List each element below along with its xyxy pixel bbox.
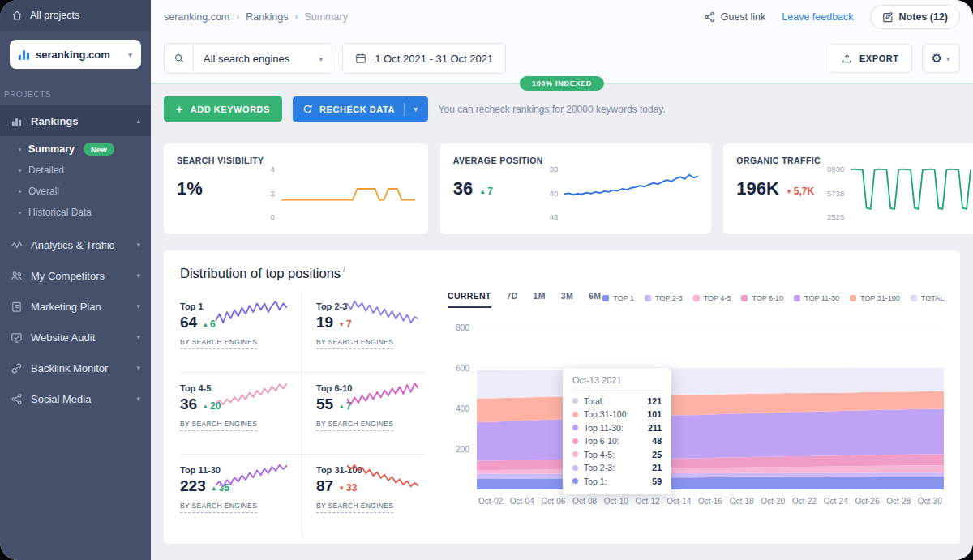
sidebar-item-analytics-traffic[interactable]: Analytics & Traffic ▾ xyxy=(0,229,151,260)
bullet-dot xyxy=(19,212,21,214)
export-button[interactable]: EXPORT xyxy=(829,44,912,73)
notes-button[interactable]: Notes (12) xyxy=(870,5,960,29)
rankings-icon xyxy=(11,115,23,127)
legend-swatch xyxy=(693,295,700,301)
guest-link-label: Guest link xyxy=(721,11,766,23)
marketing-plan-icon xyxy=(11,301,23,313)
legend-swatch xyxy=(602,295,609,301)
indexed-badge: 100% INDEXED xyxy=(520,76,604,91)
chevron-down-icon: ▾ xyxy=(136,364,140,372)
distribution-card: Distribution of top positionsi Top 1 646… xyxy=(164,250,960,544)
visibility-sparkline xyxy=(281,164,415,214)
tooltip-row: Top 31-100:101 xyxy=(572,408,662,421)
sidebar-item-label: Marketing Plan xyxy=(31,301,101,313)
dot-icon xyxy=(572,425,578,430)
legend-top1[interactable]: TOP 1 xyxy=(602,294,634,302)
y-axis-ticks: 420 xyxy=(271,164,275,222)
sidebar: All projects seranking.com ▾ PROJECTS Ra… xyxy=(0,0,151,560)
by-search-engines-link[interactable]: BY SEARCH ENGINES xyxy=(316,502,393,513)
guest-link-button[interactable]: Guest link xyxy=(704,11,766,23)
new-badge: New xyxy=(84,143,114,156)
website-audit-icon xyxy=(11,331,23,344)
export-label: EXPORT xyxy=(859,53,899,63)
tab-6m[interactable]: 6M xyxy=(589,291,601,308)
sidebar-item-label: Rankings xyxy=(31,115,79,127)
legend-top2-3[interactable]: TOP 2-3 xyxy=(645,294,683,302)
main-area: seranking.com › Rankings › Summary Guest… xyxy=(151,0,973,560)
sidebar-item-social-media[interactable]: Social Media ▾ xyxy=(0,383,151,414)
tooltip-row: Top 11-30:211 xyxy=(572,421,662,435)
settings-button[interactable]: ⚙ ▾ xyxy=(922,44,960,73)
sidebar-item-label: Website Audit xyxy=(31,331,95,344)
sidebar-subitem-summary[interactable]: Summary New xyxy=(0,139,151,160)
search-visibility-card: SEARCH VISIBILITY 1% 420 xyxy=(164,143,428,234)
distribution-chart-pane: CURRENT 7D 1M 3M 6M TOP 1 TOP 2-3 TOP 4-… xyxy=(425,291,944,536)
y-tick: 400 xyxy=(456,404,469,413)
legend-top31-100[interactable]: TOP 31-100 xyxy=(850,294,900,302)
chart-period-tabs: CURRENT 7D 1M 3M 6M xyxy=(448,291,601,308)
card-title: AVERAGE POSITION xyxy=(453,156,543,165)
sidebar-item-marketing-plan[interactable]: Marketing Plan ▾ xyxy=(0,291,151,322)
legend-total[interactable]: TOTAL xyxy=(911,294,944,302)
by-search-engines-link[interactable]: BY SEARCH ENGINES xyxy=(180,338,257,349)
leave-feedback-link[interactable]: Leave feedback xyxy=(782,11,853,23)
position-mini-cards: Top 1 646 BY SEARCH ENGINES Top 2-3 197 … xyxy=(180,291,425,536)
top1-card: Top 1 646 BY SEARCH ENGINES xyxy=(180,291,302,373)
info-icon[interactable]: i xyxy=(343,265,345,274)
x-axis-labels: Oct-02Oct-04Oct-06Oct-08Oct-10Oct-12Oct-… xyxy=(477,497,944,506)
sidebar-item-backlink-monitor[interactable]: Backlink Monitor ▾ xyxy=(0,353,151,383)
bullet-dot xyxy=(19,190,21,193)
bullet-dot xyxy=(19,169,21,172)
sidebar-subitem-detailed[interactable]: Detailed xyxy=(0,160,151,181)
legend-swatch xyxy=(741,295,748,301)
analytics-icon xyxy=(11,239,23,251)
chevron-down-icon: ▾ xyxy=(414,105,418,113)
by-search-engines-link[interactable]: BY SEARCH ENGINES xyxy=(180,420,257,431)
project-chart-icon xyxy=(19,49,29,60)
breadcrumb: seranking.com › Rankings › Summary xyxy=(164,11,348,23)
legend-top11-30[interactable]: TOP 11-30 xyxy=(794,294,839,302)
all-projects-link[interactable]: All projects xyxy=(0,0,151,31)
breadcrumb-rankings[interactable]: Rankings xyxy=(246,11,288,23)
tab-3m[interactable]: 3M xyxy=(561,291,573,308)
legend-top6-10[interactable]: TOP 6-10 xyxy=(741,294,783,302)
search-icon xyxy=(165,44,194,73)
chevron-down-icon: ▾ xyxy=(136,395,140,403)
all-projects-label: All projects xyxy=(30,10,79,21)
project-selector[interactable]: seranking.com ▾ xyxy=(10,40,141,69)
breadcrumb-project[interactable]: seranking.com xyxy=(164,11,229,23)
dot-icon xyxy=(572,438,578,444)
subitem-label: Summary xyxy=(28,143,75,155)
gear-icon: ⚙ xyxy=(932,51,942,66)
dot-icon xyxy=(572,451,578,457)
top6-10-card: Top 6-10 557 BY SEARCH ENGINES xyxy=(302,373,425,455)
plus-icon: + xyxy=(176,104,183,115)
search-engine-select[interactable]: All search engines ▾ xyxy=(164,43,332,74)
recheck-data-button[interactable]: RECHECK DATA ▾ xyxy=(293,96,428,122)
search-engine-value: All search engines xyxy=(194,53,319,65)
by-search-engines-link[interactable]: BY SEARCH ENGINES xyxy=(316,420,393,431)
visibility-value: 1% xyxy=(177,178,203,199)
traffic-change: 5,7K xyxy=(786,186,814,197)
by-search-engines-link[interactable]: BY SEARCH ENGINES xyxy=(180,502,257,513)
sidebar-item-website-audit[interactable]: Website Audit ▾ xyxy=(0,322,151,353)
dot-icon xyxy=(572,465,578,471)
date-range-picker[interactable]: 1 Oct 2021 - 31 Oct 2021 xyxy=(342,43,506,74)
bullet-dot xyxy=(19,148,21,151)
backlink-icon xyxy=(11,362,23,374)
sidebar-item-my-competitors[interactable]: My Competitors ▾ xyxy=(0,260,151,291)
tab-current[interactable]: CURRENT xyxy=(448,291,491,308)
stacked-area-chart[interactable]: 800 600 400 200 Oct-13 2021 Total:121 To… xyxy=(477,327,944,489)
sidebar-subitem-overall[interactable]: Overall xyxy=(0,181,151,202)
by-search-engines-link[interactable]: BY SEARCH ENGINES xyxy=(316,338,393,349)
sidebar-item-rankings[interactable]: Rankings ▴ xyxy=(0,105,151,136)
share-icon xyxy=(704,11,715,23)
tooltip-row: Top 1:59 xyxy=(572,475,662,489)
sidebar-subitem-historical-data[interactable]: Historical Data xyxy=(0,202,151,223)
tab-7d[interactable]: 7D xyxy=(507,291,518,308)
tab-1m[interactable]: 1M xyxy=(534,291,546,308)
add-keywords-button[interactable]: + ADD KEYWORDS xyxy=(164,96,282,122)
legend-swatch xyxy=(645,295,651,301)
position-value: 36 xyxy=(453,178,473,199)
legend-top4-5[interactable]: TOP 4-5 xyxy=(693,294,731,302)
